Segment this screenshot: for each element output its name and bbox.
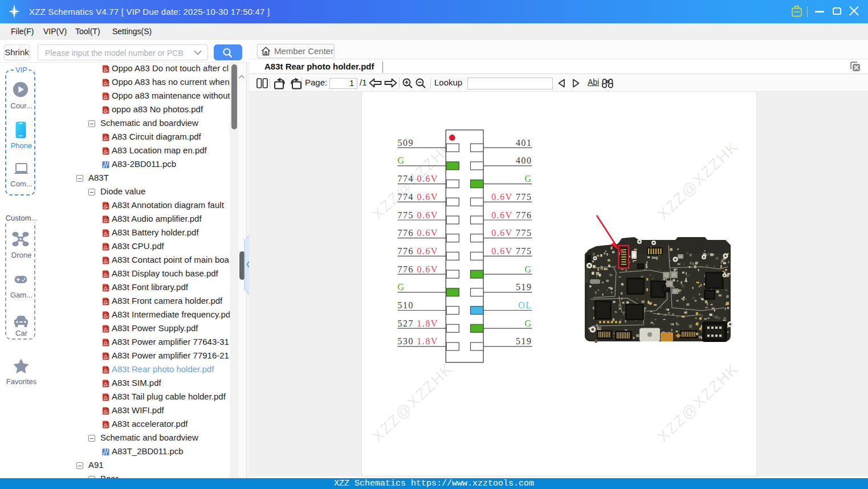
svg-text:0.6V 776: 0.6V 776 [491,210,532,220]
svg-text:G: G [398,156,405,165]
svg-text:0.6V 775: 0.6V 775 [491,246,532,256]
svg-text:774 0.6V: 774 0.6V [398,192,439,202]
svg-text:OL: OL [518,300,532,310]
svg-text:510: 510 [398,300,414,310]
svg-text:400: 400 [516,156,532,165]
svg-text:XZZ@XZZHK: XZZ@XZZHK [654,138,742,223]
svg-text:0.6V 775: 0.6V 775 [491,192,532,202]
svg-text:XZZ@XZZHK: XZZ@XZZHK [654,360,742,446]
svg-text:527 1.8V: 527 1.8V [398,319,439,328]
svg-text:519: 519 [516,282,532,292]
svg-text:G: G [525,319,532,328]
svg-text:G: G [398,282,405,292]
svg-text:519: 519 [516,336,532,346]
svg-text:774 0.6V: 774 0.6V [398,174,439,184]
svg-text:509: 509 [398,138,414,148]
svg-text:530 1.8V: 530 1.8V [398,336,439,346]
svg-text:776 0.6V: 776 0.6V [398,264,439,274]
svg-text:401: 401 [516,138,532,148]
svg-text:XZZ@XZZHK: XZZ@XZZHK [369,360,457,446]
svg-text:776 0.6V: 776 0.6V [398,246,439,256]
svg-text:776 0.6V: 776 0.6V [398,228,439,238]
svg-text:0.6V 775: 0.6V 775 [491,228,532,238]
svg-text:G: G [525,264,532,274]
svg-text:G: G [525,174,532,184]
svg-text:775 0.6V: 775 0.6V [398,210,439,220]
